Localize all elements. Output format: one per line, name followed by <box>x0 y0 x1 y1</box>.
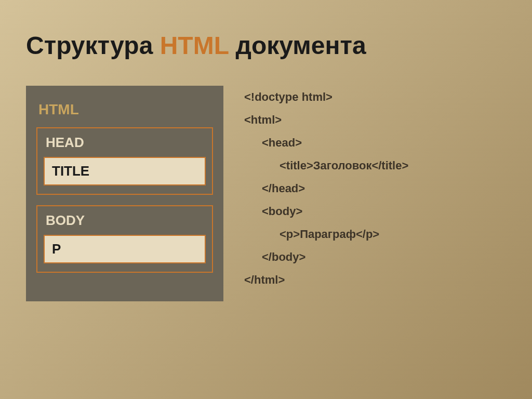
content-row: HTML HEAD TITLE BODY P <!doctype html> <… <box>26 86 506 301</box>
code-line-6: <body> <box>244 200 408 223</box>
title-box: TITLE <box>44 157 206 185</box>
code-line-5: </head> <box>244 177 408 200</box>
title-post: документа <box>229 32 366 59</box>
p-label: P <box>52 241 197 257</box>
body-label: BODY <box>46 212 206 229</box>
slide-container: Структура HTML документа HTML HEAD TITLE… <box>0 0 532 327</box>
head-label: HEAD <box>46 135 206 151</box>
title-label: TITLE <box>52 163 197 179</box>
body-box: BODY P <box>36 205 213 273</box>
title-accent: HTML <box>160 32 229 59</box>
code-line-7: <p>Параграф</p> <box>244 223 408 246</box>
code-line-4: <title>Заголовок</title> <box>244 154 408 177</box>
code-line-9: </html> <box>244 269 408 291</box>
p-box: P <box>44 235 206 263</box>
slide-title: Структура HTML документа <box>26 31 506 60</box>
head-box: HEAD TITLE <box>36 127 213 195</box>
code-line-2: <html> <box>244 109 408 131</box>
structure-diagram: HTML HEAD TITLE BODY P <box>26 86 223 301</box>
diagram-html-label: HTML <box>38 101 213 118</box>
code-example: <!doctype html> <html> <head> <title>Заг… <box>244 86 408 301</box>
code-line-1: <!doctype html> <box>244 86 408 109</box>
title-pre: Структура <box>26 32 160 59</box>
code-line-8: </body> <box>244 246 408 269</box>
code-line-3: <head> <box>244 131 408 154</box>
